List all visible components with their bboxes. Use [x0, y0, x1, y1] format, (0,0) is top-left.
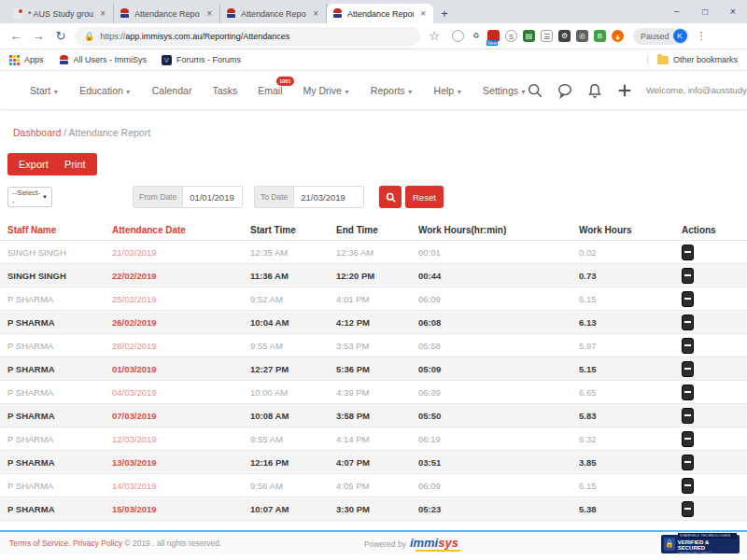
- row-actions-button[interactable]: [682, 501, 694, 517]
- row-actions-button[interactable]: [682, 315, 694, 330]
- reload-button[interactable]: ↻: [52, 29, 69, 43]
- extension-icon-red-new[interactable]: New: [487, 30, 500, 42]
- profile-chip[interactable]: Paused K: [633, 28, 689, 45]
- print-button[interactable]: Print: [53, 153, 97, 175]
- window-close-button[interactable]: ×: [719, 7, 747, 17]
- extension-icon-doc[interactable]: ☰: [541, 30, 553, 42]
- menu-calendar[interactable]: Calendar: [152, 85, 192, 96]
- to-date-input[interactable]: 21/03/2019: [294, 187, 363, 207]
- cell-work-hours: 5.97: [571, 341, 674, 351]
- menu-settings[interactable]: Settings▼: [483, 85, 527, 96]
- table-row: SINGH SINGH 21/02/2019 12:35 AM 12:36 AM…: [0, 241, 747, 264]
- menu-education[interactable]: Education▼: [79, 85, 132, 96]
- welcome-user-menu[interactable]: Welcome, info@ausstudygroup.com.au ▼: [646, 85, 747, 95]
- reset-button[interactable]: Reset: [405, 186, 444, 208]
- extension-icon-camera[interactable]: ◎: [576, 30, 588, 42]
- tab-attendance-report-1[interactable]: Attendance Report - ImmiSys ×: [114, 4, 220, 23]
- menu-reports[interactable]: Reports▼: [371, 85, 414, 96]
- staff-select-dropdown[interactable]: --Select-- ▼: [7, 187, 52, 207]
- row-actions-button[interactable]: [682, 338, 694, 354]
- terms-of-service-link[interactable]: Terms of Service.: [9, 539, 71, 548]
- cell-work-hours-hrmin: 06:09: [411, 481, 571, 491]
- cell-staff-name: P SHARMA: [0, 364, 105, 374]
- from-date-input[interactable]: 01/01/2019: [183, 187, 242, 207]
- search-icon[interactable]: [527, 82, 543, 99]
- new-tab-button[interactable]: +: [433, 4, 456, 23]
- menu-tasks[interactable]: Tasks: [212, 85, 237, 96]
- header-staff-name[interactable]: Staff Name: [0, 225, 105, 235]
- row-actions-button[interactable]: [682, 245, 694, 260]
- search-button[interactable]: [379, 186, 402, 208]
- window-minimize-button[interactable]: −: [663, 7, 691, 17]
- copyright-text: © 2019 . all rights reserved.: [124, 539, 221, 548]
- tab-attendance-report-active[interactable]: Attendance Report - ImmiSys ×: [327, 4, 433, 23]
- table-row: P SHARMA 26/02/2019 10:04 AM 4:12 PM 06:…: [0, 311, 747, 334]
- tab-close-icon[interactable]: ×: [98, 8, 107, 19]
- table-row: P SHARMA 13/03/2019 12:16 PM 4:07 PM 03:…: [0, 451, 747, 474]
- chevron-down-icon: ▼: [52, 89, 59, 95]
- window-maximize-button[interactable]: □: [691, 7, 719, 17]
- extension-icon-recycle[interactable]: ♻: [470, 30, 482, 42]
- new-badge: New: [486, 40, 498, 46]
- forward-button[interactable]: →: [30, 29, 47, 43]
- extension-icon-green-doc[interactable]: ▤: [523, 30, 535, 42]
- chevron-down-icon: ▼: [125, 89, 132, 95]
- tab-close-icon[interactable]: ×: [311, 8, 320, 19]
- menu-start[interactable]: Start▼: [30, 85, 59, 96]
- cell-start-time: 9:56 AM: [243, 481, 329, 491]
- cell-staff-name: P SHARMA: [0, 411, 105, 421]
- tab-close-icon[interactable]: ×: [418, 8, 428, 19]
- bookmark-apps[interactable]: Apps: [9, 55, 44, 65]
- address-bar[interactable]: 🔒 https://app.immisys.com.au/Reporting/A…: [75, 27, 420, 46]
- table-row: P SHARMA 07/03/2019 10:08 AM 3:58 PM 05:…: [0, 404, 747, 427]
- tab-attendance-report-2[interactable]: Attendance Report - ImmiSys ×: [220, 4, 327, 23]
- avatar: K: [673, 29, 687, 43]
- minus-icon: [684, 344, 691, 346]
- bookmark-all-users[interactable]: All Users - ImmiSys: [59, 55, 148, 65]
- tab-close-icon[interactable]: ×: [204, 8, 214, 19]
- row-actions-button[interactable]: [682, 455, 694, 470]
- immisys-wordmark[interactable]: immisys: [410, 536, 458, 552]
- breadcrumb-dashboard-link[interactable]: Dashboard: [13, 127, 61, 138]
- chrome-menu-icon[interactable]: ⋮: [697, 30, 707, 42]
- cell-staff-name: P SHARMA: [0, 481, 105, 491]
- table-row: P SHARMA 01/03/2019 12:27 PM 5:36 PM 05:…: [0, 357, 747, 381]
- row-actions-button[interactable]: [682, 291, 694, 307]
- extension-icon-gear[interactable]: ⚙: [558, 30, 571, 42]
- notifications-bell-icon[interactable]: [586, 82, 603, 99]
- extension-icon-circle[interactable]: [452, 30, 464, 42]
- chat-icon[interactable]: [557, 82, 573, 99]
- cell-start-time: 12:35 AM: [243, 247, 329, 258]
- row-actions-button[interactable]: [682, 268, 694, 284]
- extension-icon-b[interactable]: B: [594, 30, 606, 42]
- page-title: Attendance Report: [69, 127, 151, 138]
- cell-staff-name: P SHARMA: [0, 294, 105, 304]
- cell-attendance-date: 15/03/2019: [105, 504, 243, 514]
- menu-my-drive[interactable]: My Drive▼: [303, 85, 350, 96]
- add-plus-icon[interactable]: [616, 82, 633, 99]
- breadcrumb: Dashboard / Attendance Report: [13, 127, 150, 138]
- row-actions-button[interactable]: [682, 385, 694, 400]
- bookmark-star-icon[interactable]: ☆: [426, 29, 443, 43]
- app-nav-bar: Start▼ Education▼ Calendar Tasks Email10…: [0, 71, 747, 110]
- export-button[interactable]: Export: [7, 153, 60, 175]
- cell-end-time: 4:01 PM: [329, 294, 411, 304]
- menu-help[interactable]: Help▼: [434, 85, 463, 96]
- cell-start-time: 10:04 AM: [243, 317, 329, 328]
- row-actions-button[interactable]: [682, 361, 694, 377]
- menu-email[interactable]: Email1001: [258, 85, 282, 96]
- row-actions-button[interactable]: [682, 431, 694, 447]
- other-bookmarks[interactable]: Other bookmarks: [647, 55, 738, 64]
- main-menu: Start▼ Education▼ Calendar Tasks Email10…: [30, 85, 527, 96]
- row-actions-button[interactable]: [682, 478, 694, 494]
- row-actions-button[interactable]: [682, 408, 694, 424]
- extension-icon-s[interactable]: S: [505, 30, 517, 42]
- header-attendance-date[interactable]: Attendance Date: [105, 225, 243, 235]
- privacy-policy-link[interactable]: Privacy Policy: [73, 539, 122, 548]
- cell-work-hours: 5.38: [571, 504, 674, 514]
- bookmark-forums[interactable]: V Forums - Forums: [162, 55, 241, 65]
- extension-icon-flame[interactable]: 🔥: [612, 30, 624, 42]
- back-button[interactable]: ←: [7, 29, 24, 43]
- verified-secured-seal[interactable]: 🔒 STARFIELD TECHNOLOGIES VERIFIED & SECU…: [661, 535, 740, 553]
- tab-aus-study-group[interactable]: * AUS Study group reporting tha ×: [7, 4, 114, 23]
